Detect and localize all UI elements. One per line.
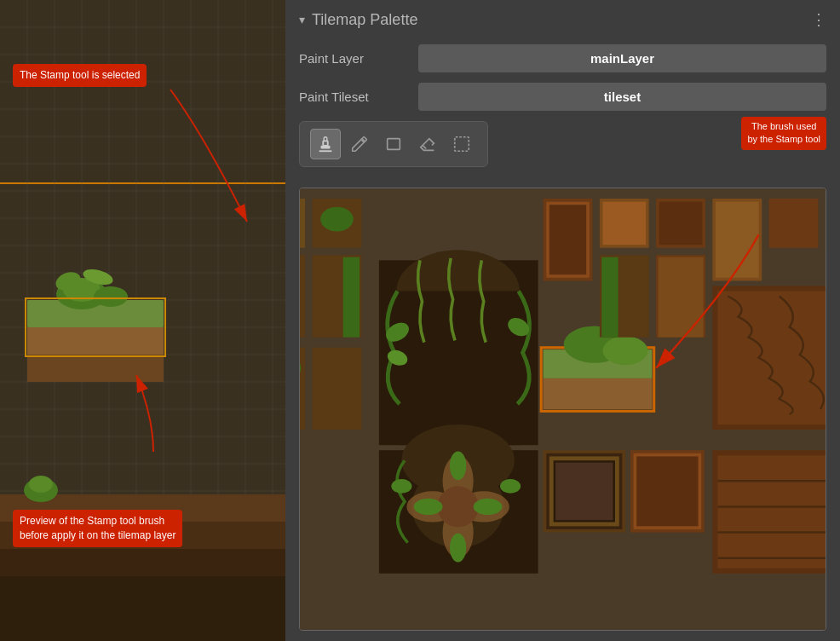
svg-point-114 [438,486,479,527]
select-icon [452,135,471,153]
svg-rect-39 [27,355,164,382]
svg-point-108 [500,479,521,494]
svg-point-116 [450,534,466,563]
svg-rect-126 [636,456,698,526]
svg-rect-91 [544,378,653,409]
svg-rect-123 [555,463,613,520]
svg-point-42 [94,286,128,307]
tileset-svg [300,188,826,630]
svg-rect-66 [549,205,586,274]
svg-rect-99 [717,291,826,424]
palette-title-row: ▾ Tilemap Palette [299,11,417,29]
svg-rect-38 [27,327,164,355]
svg-rect-73 [769,199,819,248]
svg-rect-57 [455,137,469,152]
svg-rect-48 [0,549,285,576]
palette-title: Tilemap Palette [312,11,417,29]
paint-tileset-row: Paint Tileset tileset [299,83,826,111]
collapse-icon[interactable]: ▾ [299,13,305,26]
stamp-icon [316,135,335,153]
tilemap-editor-panel[interactable]: The Stamp tool is selected Preview of th… [0,0,285,641]
svg-rect-59 [300,199,305,248]
svg-rect-97 [659,257,704,338]
paintbrush-icon [350,135,369,153]
svg-rect-128 [717,455,826,569]
brush-annotation: The brush used by the Stamp tool [741,117,826,150]
svg-rect-47 [0,522,285,549]
svg-rect-56 [388,139,400,150]
stamp-tool-button[interactable] [310,129,341,159]
svg-point-93 [602,336,647,365]
svg-rect-49 [0,576,285,641]
svg-rect-54 [323,141,328,146]
tilemap-grid [0,0,285,641]
svg-point-117 [414,499,443,515]
toolbar-row: The brush used by the Stamp tool [299,121,826,177]
more-options-icon[interactable]: ⋮ [811,10,826,29]
svg-point-107 [391,479,411,494]
svg-point-115 [450,451,466,480]
svg-rect-82 [343,257,360,338]
svg-point-63 [320,207,354,232]
rectangle-icon [384,135,403,153]
erase-tool-button[interactable] [412,129,443,159]
svg-rect-70 [659,202,703,245]
svg-point-51 [29,476,53,493]
tileset-display-area[interactable] [299,188,826,631]
tool-toolbar [299,121,488,167]
paint-layer-label: Paint Layer [299,51,418,66]
svg-rect-95 [601,257,618,338]
svg-rect-68 [602,202,646,245]
svg-rect-75 [300,255,305,337]
svg-rect-72 [716,202,759,278]
tilemap-palette-panel: ▾ Tilemap Palette ⋮ Paint Layer mainLaye… [285,0,840,641]
paint-tileset-value[interactable]: tileset [418,83,826,111]
paint-layer-value[interactable]: mainLayer [418,44,826,72]
palette-header: ▾ Tilemap Palette ⋮ [299,10,826,29]
svg-rect-104 [313,348,362,430]
paint-layer-row: Paint Layer mainLayer [299,44,826,72]
select-tool-button[interactable] [446,129,477,159]
rectangle-tool-button[interactable] [378,129,409,159]
svg-rect-100 [300,348,305,430]
svg-point-118 [474,499,503,515]
svg-rect-85 [398,291,521,445]
eraser-icon [418,135,437,153]
paint-tileset-label: Paint Tileset [299,90,418,104]
paint-brush-tool-button[interactable] [344,129,375,159]
